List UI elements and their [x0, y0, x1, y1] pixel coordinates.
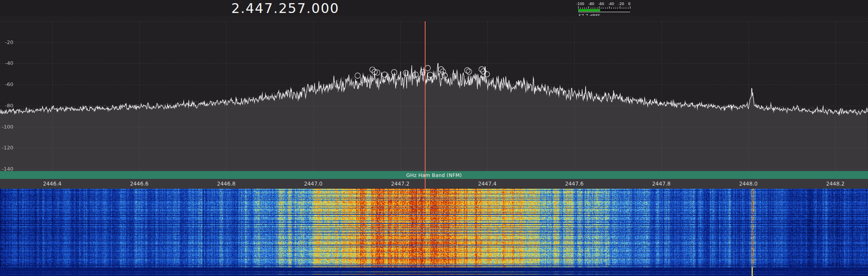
- meter-tick: [599, 6, 599, 9]
- meter-tick: [605, 7, 606, 9]
- meter-tick: [616, 7, 616, 9]
- signal-meter-bar-track: [578, 9, 630, 11]
- meter-tick: [626, 7, 626, 9]
- signal-meter-scale: -100-80-60-40-200: [576, 2, 630, 6]
- signal-meter-scale-label: -40: [608, 2, 614, 6]
- meter-tick: [614, 7, 614, 9]
- meter-tick: [628, 7, 628, 9]
- signal-meter-scale-label: 0: [628, 2, 630, 6]
- meter-tick: [593, 7, 593, 9]
- meter-tick: [582, 7, 583, 9]
- meter-tick: [617, 7, 618, 9]
- meter-tick: [588, 6, 589, 9]
- frequency-axis-label: 2446.4: [35, 179, 70, 189]
- frequency-axis-label: 2447.6: [557, 179, 592, 189]
- frequency-axis-label: 2448.0: [731, 179, 766, 189]
- signal-meter-scale-label: -100: [576, 2, 584, 6]
- meter-tick: [591, 7, 591, 9]
- frequency-axis: 2446.42446.62446.82447.02447.22447.42447…: [0, 179, 868, 189]
- signal-meter-scale-label: -60: [598, 2, 604, 6]
- signal-meter-ticks: [578, 6, 630, 9]
- meter-tick: [601, 7, 601, 9]
- meter-tick: [586, 7, 587, 9]
- signal-meter-scale-label: -80: [588, 2, 594, 6]
- frequency-axis-label: 2446.8: [208, 179, 244, 189]
- frequency-axis-label: 2447.4: [470, 179, 505, 189]
- frequency-axis-label: 2447.0: [296, 179, 331, 189]
- meter-tick: [624, 7, 624, 9]
- frequency-axis-label: 2447.8: [644, 179, 679, 189]
- spectrum-plot[interactable]: [0, 16, 868, 171]
- frequency-axis-label: 2446.6: [122, 179, 157, 189]
- frequency-axis-label: 2447.2: [383, 179, 418, 189]
- signal-meter-baseline: [578, 12, 630, 12]
- frequency-display[interactable]: 2.447.257.000: [231, 0, 339, 17]
- meter-tick: [630, 6, 630, 9]
- signal-meter-bar: [578, 9, 600, 11]
- meter-tick: [595, 7, 595, 9]
- tuning-line[interactable]: [425, 21, 426, 189]
- frequency-axis-label: 2448.2: [818, 179, 853, 189]
- meter-tick: [580, 7, 581, 9]
- meter-tick: [597, 7, 597, 9]
- meter-tick: [609, 6, 610, 9]
- band-plan-label: GHz Ham Band (NFM): [406, 172, 462, 178]
- meter-tick: [578, 6, 579, 9]
- meter-tick: [607, 7, 608, 9]
- meter-tick: [584, 7, 585, 9]
- signal-meter-scale-label: -20: [618, 2, 624, 6]
- meter-tick: [603, 7, 603, 9]
- band-plan-bar: GHz Ham Band (NFM): [0, 171, 868, 179]
- meter-tick: [622, 7, 622, 9]
- meter-tick: [611, 7, 612, 9]
- waterfall-display[interactable]: [0, 189, 868, 276]
- meter-tick: [620, 6, 620, 9]
